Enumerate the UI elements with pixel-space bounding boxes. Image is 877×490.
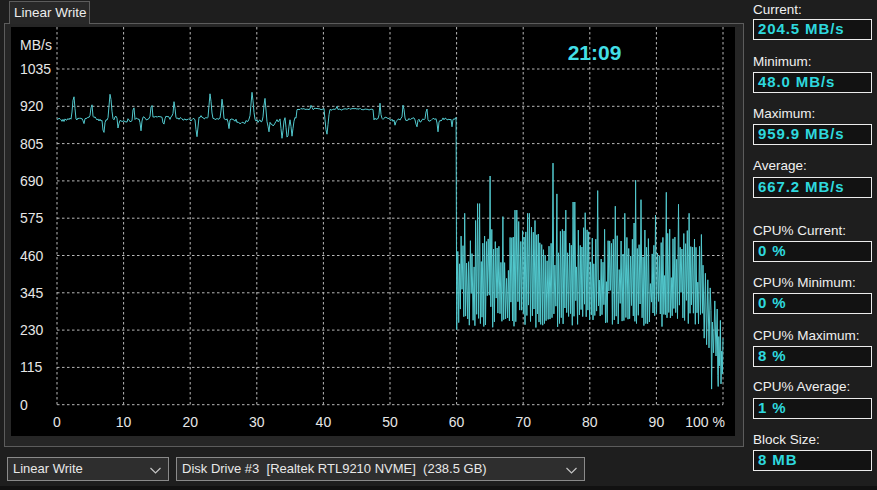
svg-text:100 %: 100 % <box>685 414 725 430</box>
svg-text:0: 0 <box>20 397 28 413</box>
svg-text:21:09: 21:09 <box>568 41 622 64</box>
svg-text:920: 920 <box>20 98 44 114</box>
svg-text:60: 60 <box>449 414 465 430</box>
svg-text:MB/s: MB/s <box>20 37 52 53</box>
svg-text:90: 90 <box>649 414 665 430</box>
svg-text:30: 30 <box>249 414 265 430</box>
svg-text:1035: 1035 <box>20 61 51 77</box>
svg-text:115: 115 <box>20 359 43 375</box>
svg-text:690: 690 <box>20 173 44 189</box>
svg-text:50: 50 <box>382 414 398 430</box>
svg-text:805: 805 <box>20 136 44 152</box>
svg-text:40: 40 <box>316 414 332 430</box>
svg-text:575: 575 <box>20 210 44 226</box>
svg-text:460: 460 <box>20 248 44 264</box>
svg-text:230: 230 <box>20 322 44 338</box>
svg-text:20: 20 <box>182 414 198 430</box>
svg-text:0: 0 <box>53 414 61 430</box>
svg-text:345: 345 <box>20 285 44 301</box>
svg-text:70: 70 <box>515 414 531 430</box>
svg-text:10: 10 <box>116 414 132 430</box>
svg-text:80: 80 <box>582 414 598 430</box>
